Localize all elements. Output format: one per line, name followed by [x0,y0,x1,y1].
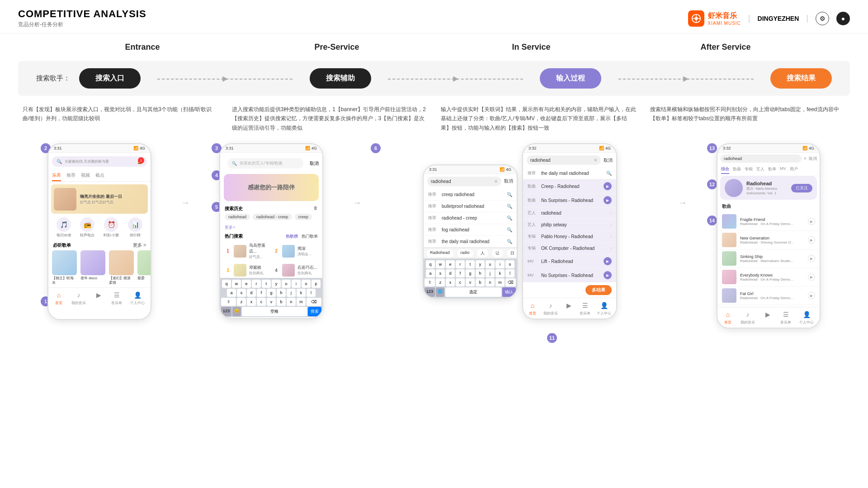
key-i[interactable]: i [292,280,301,288]
sug-artist-ps[interactable]: 艺人 philip selway › [523,219,616,231]
user-icon[interactable]: ● [836,12,850,25]
phone3a-search-input[interactable]: radiohead ✕ [427,177,501,186]
phone3b-nav-profile[interactable]: 👤 个人中心 [597,301,611,316]
p3k-f[interactable]: f [456,269,465,277]
p3k-shift[interactable]: ⇧ [425,278,435,286]
key-s[interactable]: s [237,289,246,297]
p3k-m[interactable]: m [495,278,505,286]
phone2-search-input[interactable]: 🔍 你喜欢的艺人/专辑/歌曲 [227,158,303,169]
key-d[interactable]: d [247,289,256,297]
p3k-l[interactable]: l [505,269,514,277]
p3k-k[interactable]: k [495,269,505,277]
tag-radiohead-creep[interactable]: radiohead - creep [253,214,292,220]
phone4-tab-playlist[interactable]: 歌单 [768,166,776,174]
phone4-tab-user[interactable]: 用户 [790,166,798,174]
multi-result-btn[interactable]: 多结果 [585,285,612,295]
song-play-4[interactable]: ▶ [808,273,815,281]
phone3b-search-input[interactable]: radiohead ✕ [527,155,601,165]
suggest-radiohead[interactable]: Radiohead [426,249,453,257]
key-z[interactable]: z [237,298,246,306]
p3k-q[interactable]: q [426,260,435,268]
p3k-s[interactable]: s [436,269,445,277]
suggestion-creep[interactable]: 推荐 creep radiohead 🔍 [424,189,517,201]
phone4-artist-card[interactable]: Radiohead 简介· Niels-Henrics Instruments:… [720,176,817,200]
key-a[interactable]: a [227,289,236,297]
nav-playlist[interactable]: ☰ 音乐单 [111,291,122,305]
p3k-d[interactable]: d [446,269,455,277]
p3k-u[interactable]: u [486,260,495,268]
phone3b-nav-home[interactable]: ⌂ 首页 [528,301,537,316]
hot-item-2[interactable]: 2 周深 演唱会... [272,241,319,261]
p3k-j[interactable]: j [486,269,495,277]
key-o[interactable]: o [302,280,311,288]
phone4-tab-songs[interactable]: 歌曲 [733,166,741,174]
follow-btn[interactable]: 已关注 [791,184,812,192]
sug-artist-rh[interactable]: 艺人 radiohead › [523,207,616,219]
key-n[interactable]: n [287,298,296,306]
p3k-r[interactable]: r [456,260,465,268]
key-c[interactable]: c [257,298,266,306]
play-btn-creep[interactable]: ▶ [604,182,612,190]
tag-radiohead[interactable]: radiohead [225,214,250,220]
phone3b-nav-playlist[interactable]: ☰ 音乐单 [580,301,590,316]
p3k-123[interactable]: 123 [425,287,435,297]
song-play-1[interactable]: ▶ [808,218,815,225]
key-b[interactable]: b [277,298,286,306]
suggestion-fog[interactable]: 推荐 fog radiohead 🔍 [424,224,517,236]
p3k-v[interactable]: v [466,278,475,286]
suggestion-rh-creep[interactable]: 推荐 radiohead - creep 🔍 [424,212,517,224]
p3k-a[interactable]: a [426,269,435,277]
p3k-b[interactable]: b [476,278,485,286]
phone4-tab-mv[interactable]: MV [780,166,786,174]
phone4-tab-album[interactable]: 专辑 [745,166,753,174]
suggest-ri[interactable]: 日 [507,249,517,257]
phone4-search-input[interactable]: radiohead [720,155,802,163]
phone4-nav-playlist[interactable]: ☰ 音乐单 [780,310,791,325]
nav-profile[interactable]: 👤 个人中心 [130,291,145,305]
key-v[interactable]: v [267,298,276,306]
icon-radio[interactable]: 📻 轻声电台 [80,217,94,238]
phone4-nav-home[interactable]: ⌂ 首页 [723,310,732,325]
play-btn-mv-ns[interactable]: ▶ [604,271,612,279]
hot-tab-songs[interactable]: 热歌榜 [286,234,298,239]
phone4-tab-artist[interactable]: 艺人 [756,166,764,174]
icon-moment[interactable]: ⏰ 时刻·小册 [104,217,119,238]
song-item-3[interactable]: Sinking Ship Radiohead · Warmdeam Studio… [717,249,820,268]
nav-play[interactable]: ▶ [94,291,103,305]
key-123[interactable]: 123 [221,307,231,316]
phone4-nav-play[interactable]: ▶ [763,310,772,325]
tag-creep[interactable]: creep [295,214,312,220]
key-delete[interactable]: ⌫ [307,298,321,306]
p3k-o[interactable]: o [505,260,514,268]
sug-daily-mail[interactable]: 推荐 the daily mail radiohead 🔍 [523,168,616,179]
music-card-4[interactable]: 最爱 [137,250,151,285]
phone3a-cancel[interactable]: 取消 [504,178,513,184]
key-r[interactable]: r [252,280,261,288]
key-j[interactable]: j [287,289,296,297]
clear-btn2[interactable]: ✕ [594,158,597,163]
key-m[interactable]: m [297,298,306,306]
key-f[interactable]: f [257,289,266,297]
more-btn[interactable]: 更多 > [133,242,146,249]
p3k-h[interactable]: h [476,269,485,277]
play-btn-ns[interactable]: ▶ [604,196,612,204]
suggest-radio[interactable]: radio [457,249,473,257]
key-y[interactable]: y [272,280,281,288]
song-item-1[interactable]: Fragile Friend Radiohead · On A Friday D… [717,212,820,231]
p3k-confirm[interactable]: 确认 [502,287,516,297]
phone3b-nav-mymusic[interactable]: ♪ 我的音乐 [543,301,558,316]
music-card-3[interactable]: 【迷幻】摇滚柔情 [109,250,134,285]
key-emoji[interactable]: 😊 [232,307,241,316]
p3k-z[interactable]: z [436,278,445,286]
nav-home[interactable]: ⌂ 首页 [54,291,63,305]
p3k-del[interactable]: ⌫ [505,278,516,286]
clear-icon[interactable]: 🗑 [313,206,318,212]
key-g[interactable]: g [267,289,276,297]
sug-creep-rh[interactable]: 歌曲 Creep - Radiohead ▶ [523,179,616,193]
phone4-tab-all[interactable]: 综合 [721,166,729,174]
hot-item-4[interactable]: 4 石若巧石... 告别典礼 [272,263,319,278]
key-x[interactable]: x [247,298,256,306]
p3k-w[interactable]: w [436,260,445,268]
play-btn-lift[interactable]: ▶ [604,257,612,265]
phone4-nav-mymusic[interactable]: ♪ 我的音乐 [741,310,755,325]
